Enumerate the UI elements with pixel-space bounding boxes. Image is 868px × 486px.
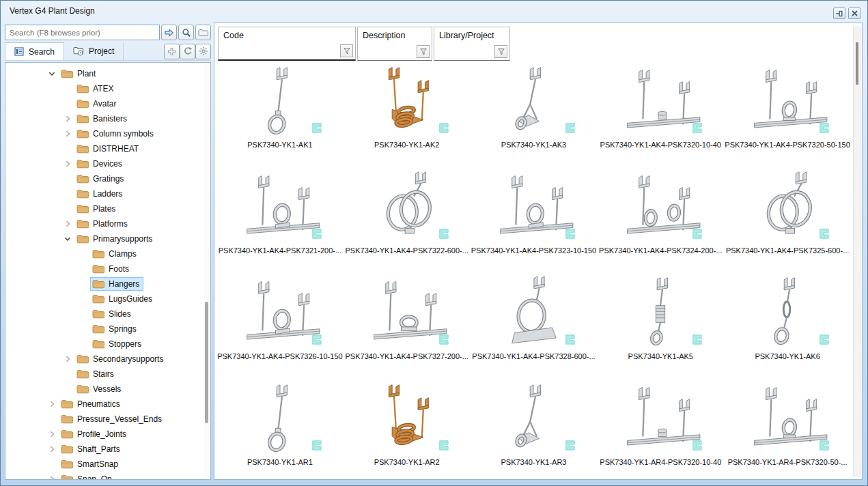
tree-item-lugsguides[interactable]: LugsGuides <box>5 291 210 306</box>
component-item-psk7340-yk1-ak3[interactable]: PSK7340-YK1-AK3 <box>471 62 598 168</box>
filter-button-description[interactable] <box>417 45 430 58</box>
tab-project[interactable]: Project <box>64 42 124 60</box>
folder-icon <box>92 279 104 289</box>
component-item-psk7340-yk1-ak2[interactable]: PSK7340-YK1-AK2 <box>344 62 471 168</box>
search-input[interactable] <box>5 25 160 40</box>
pin-window-button[interactable] <box>833 8 845 19</box>
tree-item-column-symbols[interactable]: Column symbols <box>5 126 210 141</box>
chevron-slot <box>64 145 74 153</box>
tree-item-vessels[interactable]: Vessels <box>5 382 210 397</box>
tree-item-primarysupports[interactable]: Primarysupports <box>5 231 210 246</box>
tree-scrollbar-thumb[interactable] <box>205 302 208 423</box>
expand-toggle[interactable] <box>48 475 59 480</box>
expand-toggle[interactable] <box>64 235 74 243</box>
component-item-psk7340-yk1-ak4-psk7326-10-150[interactable]: PSK7340-YK1-AK4-PSK7326-10-150 <box>216 274 344 380</box>
tree-item-banisters[interactable]: Banisters <box>5 111 210 126</box>
column-header-description[interactable]: Description <box>357 27 432 61</box>
tree-item-ladders[interactable]: Ladders <box>5 186 210 201</box>
expand-toggle[interactable] <box>48 430 59 438</box>
chevron-down-icon[interactable] <box>64 235 72 243</box>
chevron-right-icon[interactable] <box>48 400 56 408</box>
tree-item-hangers[interactable]: Hangers <box>5 276 210 291</box>
tree-item-devices[interactable]: Devices <box>5 156 210 171</box>
component-item-psk7340-yk1-ak1[interactable]: PSK7340-YK1-AK1 <box>216 62 344 168</box>
tree-item-shaft-parts[interactable]: Shaft_Parts <box>5 442 210 457</box>
tree-item-distrheat[interactable]: DISTRHEAT <box>5 141 210 156</box>
component-item-psk7340-yk1-ak6[interactable]: PSK7340-YK1-AK6 <box>724 274 851 380</box>
chevron-right-icon[interactable] <box>64 220 72 228</box>
component-item-psk7340-yk1-ar4-psk7320-50[interactable]: PSK7340-YK1-AR4-PSK7320-50-... <box>724 380 851 479</box>
filter-button-code[interactable] <box>340 44 353 57</box>
expand-toggle[interactable] <box>48 400 59 408</box>
component-item-psk7340-yk1-ak4-psk7327-200[interactable]: PSK7340-YK1-AK4-PSK7327-200-... <box>344 274 471 380</box>
chevron-right-icon[interactable] <box>48 475 56 480</box>
component-item-psk7340-yk1-ak4-psk7320-50-150[interactable]: PSK7340-YK1-AK4-PSK7320-50-150 <box>724 62 851 168</box>
expand-toggle[interactable] <box>64 115 74 123</box>
expand-toggle[interactable] <box>64 220 74 228</box>
component-item-psk7340-yk1-ak4-psk7323-10-150[interactable]: PSK7340-YK1-AK4-PSK7323-10-150 <box>471 168 598 274</box>
component-item-psk7340-yk1-ak4-psk7324-200[interactable]: PSK7340-YK1-AK4-PSK7324-200-... <box>597 168 724 274</box>
tree-item-label: DISTRHEAT <box>93 144 139 154</box>
column-header-code[interactable]: Code <box>218 27 356 61</box>
component-item-psk7340-yk1-ar3[interactable]: PSK7340-YK1-AR3 <box>471 380 598 479</box>
expand-toggle[interactable] <box>64 160 74 168</box>
browse-folder-button[interactable] <box>195 25 211 40</box>
tree-item-pneumatics[interactable]: Pneumatics <box>5 397 210 412</box>
content-scrollbar-thumb[interactable] <box>856 42 858 85</box>
component-item-psk7340-yk1-ak5[interactable]: PSK7340-YK1-AK5 <box>597 274 724 380</box>
tree-item-slides[interactable]: Slides <box>5 306 210 321</box>
chevron-right-icon[interactable] <box>48 430 56 438</box>
tree-item-pressure-vessel-ends[interactable]: Pressure_Vessel_Ends <box>5 412 210 427</box>
tree-item-profile-joints[interactable]: Profile_Joints <box>5 427 210 442</box>
component-item-psk7340-yk1-ar2[interactable]: PSK7340-YK1-AR2 <box>344 380 471 479</box>
tree-item-foots[interactable]: Foots <box>5 261 210 276</box>
search-button[interactable] <box>178 25 194 40</box>
chevron-right-icon[interactable] <box>48 445 56 453</box>
column-header-library-project[interactable]: Library/Project <box>434 27 510 61</box>
tree-item-label: Slides <box>109 309 131 319</box>
close-window-button[interactable] <box>848 8 860 19</box>
tree-item-stairs[interactable]: Stairs <box>5 367 210 382</box>
component-item-psk7340-yk1-ak4-psk7325-600[interactable]: PSK7340-YK1-AK4-PSK7325-600-... <box>724 168 851 274</box>
tree-item-platforms[interactable]: Platforms <box>5 216 210 231</box>
component-item-psk7340-yk1-ar4-psk7320-10-40[interactable]: PSK7340-YK1-AR4-PSK7320-10-40 <box>597 380 724 479</box>
add-button[interactable] <box>164 44 180 59</box>
folder-icon <box>76 354 89 364</box>
expand-toggle[interactable] <box>48 445 59 453</box>
component-item-psk7340-yk1-ak4-psk7321-200[interactable]: PSK7340-YK1-AK4-PSK7321-200-... <box>216 168 344 274</box>
tree-item-smartsnap[interactable]: SmartSnap <box>5 457 210 472</box>
expand-toggle[interactable] <box>48 70 59 78</box>
settings-button[interactable] <box>195 44 211 59</box>
filter-button-library-project[interactable] <box>494 45 507 58</box>
tree-item-gratings[interactable]: Gratings <box>5 171 210 186</box>
tree-item-springs[interactable]: Springs <box>5 321 210 337</box>
chevron-right-icon[interactable] <box>64 115 72 123</box>
tree-scrollbar[interactable] <box>204 64 210 478</box>
component-item-psk7340-yk1-ak4-psk7320-10-40[interactable]: PSK7340-YK1-AK4-PSK7320-10-40 <box>597 62 724 168</box>
component-item-psk7340-yk1-ak4-psk7328-600[interactable]: PSK7340-YK1-AK4-PSK7328-600-... <box>471 274 598 380</box>
tree-item-avatar[interactable]: Avatar <box>5 96 210 111</box>
titlebar[interactable]: Vertex G4 Plant Design <box>1 1 867 23</box>
content-scrollbar[interactable] <box>853 27 860 476</box>
tree-item-secondarysupports[interactable]: Secondarysupports <box>5 352 210 367</box>
filter-funnel-icon <box>419 48 428 56</box>
component-item-psk7340-yk1-ar1[interactable]: PSK7340-YK1-AR1 <box>216 380 344 479</box>
tree-item-stoppers[interactable]: Stoppers <box>5 337 210 352</box>
chevron-right-icon[interactable] <box>64 160 72 168</box>
tree-item-snap-on[interactable]: Snap_On <box>5 472 210 480</box>
chevron-down-icon[interactable] <box>48 70 56 78</box>
chevron-right-icon[interactable] <box>64 130 72 138</box>
expand-toggle[interactable] <box>64 130 74 138</box>
refresh-button[interactable] <box>180 44 195 59</box>
expand-toggle[interactable] <box>64 355 74 363</box>
tree-item-plant[interactable]: Plant <box>5 66 210 81</box>
tree-item-atex[interactable]: ATEX <box>5 81 210 96</box>
component-item-psk7340-yk1-ak4-psk7322-600[interactable]: PSK7340-YK1-AK4-PSK7322-600-... <box>344 168 471 274</box>
component-library-badge-icon <box>690 333 703 346</box>
chevron-slot <box>48 415 59 423</box>
chevron-right-icon[interactable] <box>64 355 72 363</box>
tree-item-plates[interactable]: Plates <box>5 201 210 216</box>
go-search-button[interactable] <box>161 25 177 40</box>
tab-search[interactable]: Search <box>5 42 64 60</box>
tree-item-clamps[interactable]: Clamps <box>5 246 210 261</box>
